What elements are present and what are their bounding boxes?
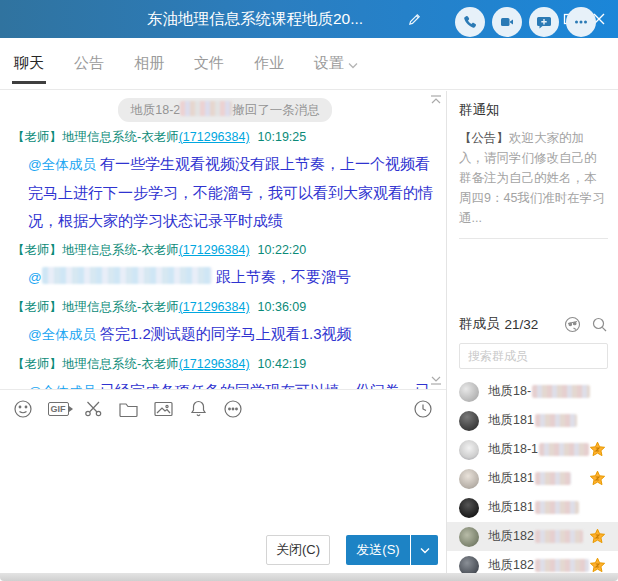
anonymous-chat-icon[interactable] bbox=[564, 316, 581, 333]
member-avatar bbox=[459, 411, 479, 431]
group-notice-text: 【公告】欢迎大家的加入，请同学们修改自己的群备注为自己的姓名，本周四9：45我们… bbox=[459, 128, 608, 228]
tab-homework[interactable]: 作业 bbox=[252, 40, 286, 87]
sender-uin-link[interactable]: (171296384) bbox=[179, 300, 250, 314]
member-name: 地质181 bbox=[488, 412, 534, 429]
mention-link[interactable]: @ bbox=[28, 270, 42, 285]
tab-homework-label: 作业 bbox=[254, 54, 284, 73]
tab-settings[interactable]: 设置 bbox=[312, 40, 360, 87]
settings-chevron-down-icon bbox=[348, 55, 358, 72]
tab-announcement[interactable]: 公告 bbox=[72, 40, 106, 87]
member-row[interactable]: 地质182 bbox=[447, 551, 618, 573]
star-badge-icon bbox=[589, 557, 606, 573]
message-time: 10:19:25 bbox=[258, 130, 307, 144]
sender-name: 【老师】地理信息系统-衣老师 bbox=[12, 300, 179, 314]
sender-uin-link[interactable]: (171296384) bbox=[179, 357, 250, 371]
close-button[interactable]: 关闭(C) bbox=[266, 535, 330, 565]
member-name: 地质181 bbox=[488, 499, 534, 516]
member-name: 地质182 bbox=[488, 528, 534, 545]
message-history[interactable]: 地质18-2撤回了一条消息 【老师】地理信息系统-衣老师(171296384)1… bbox=[0, 91, 446, 389]
tab-files[interactable]: 文件 bbox=[192, 40, 226, 87]
members-count: 21/32 bbox=[505, 317, 539, 332]
send-file-folder-icon[interactable] bbox=[117, 398, 139, 420]
chat-message: 【老师】地理信息系统-衣老师(171296384)10:22:20 @ 跟上节奏… bbox=[12, 242, 438, 292]
member-name: 地质182 bbox=[488, 557, 534, 573]
censored-name bbox=[535, 501, 579, 514]
gif-hot-image-icon[interactable]: GIF bbox=[47, 398, 69, 420]
censored-mention bbox=[42, 267, 212, 284]
censored-name bbox=[535, 530, 583, 543]
search-members-icon[interactable] bbox=[591, 316, 608, 333]
chat-message: 【老师】地理信息系统-衣老师(171296384)10:42:19 @全体成员 … bbox=[12, 356, 438, 389]
more-actions-button[interactable] bbox=[566, 7, 596, 37]
tab-files-label: 文件 bbox=[194, 54, 224, 73]
member-row-highlighted[interactable]: 地质182 bbox=[447, 522, 618, 551]
panel-divider bbox=[459, 238, 608, 239]
censored-name bbox=[535, 414, 577, 427]
sender-name: 【老师】地理信息系统-衣老师 bbox=[12, 357, 179, 371]
screenshot-scissors-icon[interactable] bbox=[82, 398, 104, 420]
member-row[interactable]: 地质181 bbox=[447, 464, 618, 493]
group-reminder-bell-icon[interactable] bbox=[187, 398, 209, 420]
member-search bbox=[459, 343, 608, 369]
window-bottom-shadow bbox=[0, 573, 618, 581]
message-time: 10:42:19 bbox=[258, 357, 307, 371]
member-row[interactable]: 地质18- bbox=[447, 377, 618, 406]
recall-prefix: 地质18-2 bbox=[130, 103, 180, 117]
edit-title-icon[interactable] bbox=[400, 0, 428, 38]
member-row[interactable]: 地质181 bbox=[447, 406, 618, 435]
sender-uin-link[interactable]: (171296384) bbox=[179, 130, 250, 144]
more-tools-icon[interactable] bbox=[222, 398, 244, 420]
mention-all-link[interactable]: @全体成员 bbox=[28, 327, 96, 342]
member-search-input[interactable] bbox=[459, 343, 608, 369]
member-avatar bbox=[459, 382, 479, 402]
member-avatar bbox=[459, 440, 479, 460]
tab-album[interactable]: 相册 bbox=[132, 40, 166, 87]
title-bar: 东油地理信息系统课程地质20... 举报 bbox=[0, 0, 618, 38]
video-call-button[interactable] bbox=[492, 7, 522, 37]
notice-tag: 【公告】 bbox=[459, 131, 509, 145]
censored-name bbox=[532, 385, 590, 398]
tab-chat[interactable]: 聊天 bbox=[12, 40, 46, 87]
message-input[interactable] bbox=[0, 427, 446, 527]
member-row[interactable]: 地质18-1 bbox=[447, 435, 618, 464]
censored-name bbox=[180, 101, 232, 116]
member-name: 地质181 bbox=[488, 470, 534, 487]
main-area: 地质18-2撤回了一条消息 【老师】地理信息系统-衣老师(171296384)1… bbox=[0, 91, 618, 573]
star-badge-icon bbox=[589, 470, 606, 487]
footer-buttons: 关闭(C) 发送(S) bbox=[0, 527, 446, 573]
launch-group-session-button[interactable] bbox=[529, 7, 559, 37]
group-side-panel: 群通知 【公告】欢迎大家的加入，请同学们修改自己的群备注为自己的姓名，本周四9：… bbox=[447, 91, 618, 573]
member-avatar bbox=[459, 556, 479, 574]
message-history-clock-icon[interactable] bbox=[412, 398, 434, 420]
group-notice-title: 群通知 bbox=[459, 101, 608, 119]
gif-label: GIF bbox=[48, 402, 69, 416]
send-image-icon[interactable] bbox=[152, 398, 174, 420]
send-options-chevron-icon[interactable] bbox=[411, 535, 438, 565]
member-avatar bbox=[459, 527, 479, 547]
notice-body: 欢迎大家的加入，请同学们修改自己的群备注为自己的姓名，本周四9：45我们准时在学… bbox=[459, 131, 605, 225]
emoji-icon[interactable] bbox=[12, 398, 34, 420]
mention-all-link[interactable]: @全体成员 bbox=[28, 157, 96, 172]
group-notice-section[interactable]: 群通知 【公告】欢迎大家的加入，请同学们修改自己的群备注为自己的姓名，本周四9：… bbox=[447, 91, 618, 228]
member-row[interactable]: 地质181 bbox=[447, 493, 618, 522]
message-text: 答完1.2测试题的同学马上观看1.3视频 bbox=[100, 325, 352, 342]
chat-column: 地质18-2撤回了一条消息 【老师】地理信息系统-衣老师(171296384)1… bbox=[0, 91, 447, 573]
sender-uin-link[interactable]: (171296384) bbox=[179, 243, 250, 257]
collapse-to-top-icon[interactable] bbox=[429, 93, 443, 107]
chat-message: 【老师】地理信息系统-衣老师(171296384)10:36:09 @全体成员 … bbox=[12, 299, 438, 349]
send-split-button: 发送(S) bbox=[346, 535, 438, 565]
sender-name: 【老师】地理信息系统-衣老师 bbox=[12, 130, 179, 144]
tab-bar: 聊天 公告 相册 文件 作业 设置 bbox=[0, 38, 618, 90]
tab-announcement-label: 公告 bbox=[74, 54, 104, 73]
member-avatar bbox=[459, 469, 479, 489]
mention-all-link[interactable]: @全体成员 bbox=[28, 384, 96, 389]
members-title: 群成员 bbox=[459, 315, 500, 333]
recall-suffix: 撤回了一条消息 bbox=[232, 103, 320, 117]
scroll-to-bottom-icon[interactable] bbox=[429, 373, 443, 387]
input-toolbar: GIF bbox=[0, 389, 446, 427]
voice-call-button[interactable] bbox=[455, 7, 485, 37]
send-button[interactable]: 发送(S) bbox=[346, 535, 410, 565]
tab-chat-label: 聊天 bbox=[14, 54, 44, 73]
star-badge-icon bbox=[589, 441, 606, 458]
star-badge-icon bbox=[589, 528, 606, 545]
